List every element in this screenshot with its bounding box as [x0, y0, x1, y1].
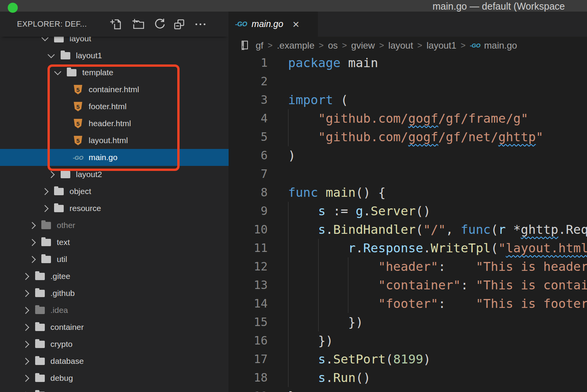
line-number: 10: [229, 220, 268, 239]
chevron-down-icon[interactable]: [41, 37, 48, 41]
chevron-right-icon[interactable]: [22, 273, 29, 280]
code-line-14[interactable]: 14 "footer": "This is footer": [229, 294, 587, 313]
tree-item-resource[interactable]: resource: [0, 200, 229, 217]
tree-item-other[interactable]: other: [0, 217, 229, 234]
code-line-4[interactable]: 4 "github.com/gogf/gf/frame/g": [229, 109, 587, 128]
breadcrumb-label: os: [328, 40, 338, 51]
code-text: "header": "This is header": [288, 257, 587, 276]
code-line-11[interactable]: 11 r.Response.WriteTpl("layout.html": [229, 239, 587, 257]
tree-item-label: .github: [51, 289, 75, 298]
tree-item-container-html[interactable]: 5container.html: [0, 81, 229, 98]
tree-item-layout1[interactable]: layout1: [0, 47, 229, 64]
code-line-16[interactable]: 16 }): [229, 331, 587, 350]
tree-item-container[interactable]: container: [0, 319, 229, 336]
tab-main-go[interactable]: main.go ×: [229, 12, 318, 37]
chevron-right-icon[interactable]: [29, 239, 36, 246]
line-number: 19: [229, 387, 268, 392]
tree-item-label: util: [57, 255, 67, 264]
chevron-down-icon[interactable]: [48, 51, 54, 58]
html5-file-icon: 5: [74, 85, 82, 95]
folder-icon: [35, 307, 45, 314]
chevron-down-icon[interactable]: [54, 68, 61, 75]
line-number: 18: [229, 368, 268, 387]
tree-item-encoding[interactable]: encoding: [0, 387, 229, 392]
line-number: 2: [229, 72, 268, 91]
chevron-right-icon[interactable]: [48, 171, 54, 178]
folder-icon: [67, 69, 76, 76]
tree-item--github[interactable]: .github: [0, 285, 229, 302]
breadcrumb-item-os[interactable]: os: [328, 40, 338, 51]
more-actions-button[interactable]: [194, 18, 207, 31]
code-line-19[interactable]: 19}: [229, 387, 587, 392]
tab-label: main.go: [252, 19, 283, 29]
line-number: 13: [229, 276, 268, 294]
close-tab-icon[interactable]: ×: [292, 19, 299, 30]
refresh-button[interactable]: [153, 18, 166, 31]
code-line-12[interactable]: 12 "header": "This is header": [229, 257, 587, 276]
chevron-right-icon[interactable]: [22, 307, 29, 314]
code-line-6[interactable]: 6): [229, 146, 587, 165]
folder-icon: [35, 290, 45, 297]
code-line-13[interactable]: 13 "container": "This is contain: [229, 276, 587, 294]
tree-item-util[interactable]: util: [0, 251, 229, 268]
chevron-right-icon[interactable]: [22, 375, 29, 382]
code-line-2[interactable]: 2: [229, 72, 587, 91]
code-line-3[interactable]: 3import (: [229, 91, 587, 109]
tree-item-text[interactable]: text: [0, 234, 229, 251]
chevron-right-icon[interactable]: [22, 290, 29, 297]
tree-item-layout[interactable]: layout: [0, 37, 229, 47]
folder-icon: [35, 273, 45, 280]
breadcrumb-item-gf[interactable]: gf: [239, 39, 263, 52]
tree-item-layout2[interactable]: layout2: [0, 166, 229, 183]
chevron-right-icon[interactable]: [22, 358, 29, 365]
code-line-10[interactable]: 10 s.BindHandler("/", func(r *ghttp.Requ: [229, 220, 587, 239]
tree-item-layout-html[interactable]: 5layout.html: [0, 132, 229, 149]
tree-item-label: .idea: [51, 306, 68, 315]
code-line-8[interactable]: 8func main() {: [229, 183, 587, 202]
window-title: main.go — default (Workspace: [433, 0, 565, 12]
new-folder-button[interactable]: [132, 18, 145, 31]
tree-item-main-go[interactable]: main.go: [0, 149, 229, 166]
collapse-all-button[interactable]: [173, 18, 186, 31]
folder-icon: [41, 222, 51, 229]
chevron-right-icon[interactable]: [29, 256, 36, 263]
chevron-right-icon[interactable]: [29, 222, 36, 229]
tree-item-label: layout: [70, 37, 91, 43]
tree-item-label: layout.html: [89, 136, 128, 145]
window-control-green-icon[interactable]: [8, 3, 18, 13]
breadcrumb-item-main-go[interactable]: main.go: [470, 40, 517, 51]
tree-item-debug[interactable]: debug: [0, 370, 229, 387]
chevron-right-icon[interactable]: [41, 205, 48, 212]
breadcrumb-item-layout[interactable]: layout: [389, 40, 413, 51]
new-file-button[interactable]: [109, 18, 122, 31]
tree-item-template[interactable]: template: [0, 64, 229, 81]
chevron-right-icon[interactable]: [41, 188, 48, 195]
code-line-5[interactable]: 5 "github.com/gogf/gf/net/ghttp": [229, 128, 587, 146]
tree-item-object[interactable]: object: [0, 183, 229, 200]
folder-icon: [35, 324, 45, 331]
code-line-17[interactable]: 17 s.SetPort(8199): [229, 350, 587, 368]
breadcrumb-item--example[interactable]: .example: [277, 40, 314, 51]
tree-item-crypto[interactable]: crypto: [0, 336, 229, 353]
tree-item-header-html[interactable]: 5header.html: [0, 115, 229, 132]
code-text: s.Run(): [288, 368, 371, 387]
code-text: package main: [288, 54, 378, 72]
tree-item-label: main.go: [89, 153, 118, 162]
breadcrumb-separator: >: [268, 41, 273, 51]
code-line-9[interactable]: 9 s := g.Server(): [229, 202, 587, 220]
code-line-18[interactable]: 18 s.Run(): [229, 368, 587, 387]
chevron-right-icon[interactable]: [22, 324, 29, 331]
code-line-7[interactable]: 7: [229, 165, 587, 183]
tree-item-footer-html[interactable]: 5footer.html: [0, 98, 229, 115]
tree-item--idea[interactable]: .idea: [0, 302, 229, 319]
code-line-15[interactable]: 15 }): [229, 313, 587, 331]
tree-item--gitee[interactable]: .gitee: [0, 268, 229, 285]
chevron-right-icon[interactable]: [22, 341, 29, 348]
code-line-1[interactable]: 1package main: [229, 54, 587, 72]
tree-item-label: container.html: [89, 85, 139, 94]
tree-item-database[interactable]: database: [0, 353, 229, 370]
breadcrumb-label: layout: [389, 40, 413, 51]
breadcrumb-item-gview[interactable]: gview: [351, 40, 375, 51]
breadcrumb-item-layout1[interactable]: layout1: [426, 40, 456, 51]
refresh-icon: [153, 18, 166, 31]
